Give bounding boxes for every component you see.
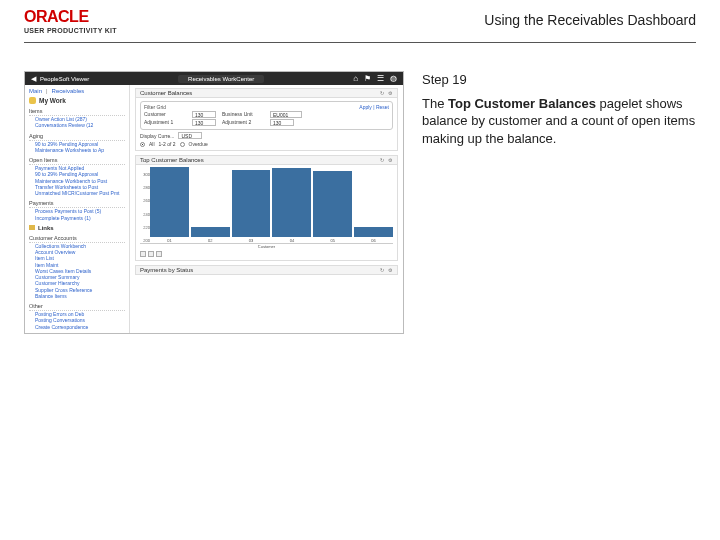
radio-all-label: All — [149, 141, 155, 147]
x-axis-label: Customer — [140, 244, 393, 249]
side-link[interactable]: Balance Items — [35, 293, 125, 299]
chart-bar — [232, 170, 271, 237]
radio-all-legend: 1-2 of 2 — [159, 141, 176, 147]
customer-input[interactable]: 130 — [192, 111, 216, 118]
chart-bar — [313, 171, 352, 237]
filter-label: Adjustment 1 — [144, 119, 186, 126]
home-icon[interactable]: ⌂ — [353, 74, 358, 83]
y-axis-ticks: 300 280 260 240 220 200 — [140, 172, 150, 243]
chart-bar — [150, 167, 189, 237]
chart-bar — [354, 227, 393, 237]
side-link[interactable]: Conversations Review (12 — [35, 122, 125, 128]
filter-actions[interactable]: Apply | Reset — [359, 104, 389, 110]
display-currency-input[interactable]: USD — [178, 132, 202, 139]
doc-title: Using the Receivables Dashboard — [484, 8, 696, 28]
filter-label: Business Unit — [222, 111, 264, 118]
crumb-main[interactable]: Main — [29, 88, 42, 94]
chart-bar — [272, 168, 311, 237]
module-title: Customer Balances — [140, 90, 192, 96]
crumb-sec[interactable]: Receivables — [52, 88, 85, 94]
refresh-icon[interactable]: ↻ — [380, 91, 385, 96]
back-icon[interactable]: ◀ — [31, 75, 36, 83]
payments-by-status-pagelet: Payments by Status ↻ ⚙ — [135, 265, 398, 275]
side-link[interactable]: Unmatched MICR/Customer Post Pmt — [35, 190, 125, 196]
menu-icon[interactable]: ☰ — [377, 74, 384, 83]
wrench-icon[interactable]: ⚙ — [388, 91, 393, 96]
links-header: Links — [29, 225, 125, 231]
side-section-items: Items — [29, 107, 125, 116]
side-link[interactable]: Maintenance Worksheets to Ap — [35, 147, 125, 153]
radio-all[interactable] — [140, 142, 145, 147]
side-section-payments: Payments — [29, 199, 125, 208]
radio-overdue-label: Overdue — [189, 141, 208, 147]
filter-label: Adjustment 2 — [222, 119, 264, 126]
module-title: Top Customer Balances — [140, 157, 204, 163]
chart-tool-icon[interactable] — [156, 251, 162, 257]
adjustment1-input[interactable]: 130 — [192, 119, 216, 126]
sidebar: Main | Receivables My Work Items Owner A… — [25, 85, 130, 333]
side-section-openitems: Open Items — [29, 156, 125, 165]
wrench-icon[interactable]: ⚙ — [388, 158, 393, 163]
chart-tool-icon[interactable] — [140, 251, 146, 257]
brand-logo: ORACLE USER PRODUCTIVITY KIT — [24, 8, 117, 34]
filter-legend: Filter Grid — [144, 104, 166, 110]
main-panel: Customer Balances ↻ ⚙ Filter Grid Apply … — [130, 85, 403, 333]
refresh-icon[interactable]: ↻ — [380, 268, 385, 273]
breadcrumb: Main | Receivables — [29, 88, 125, 94]
radio-overdue[interactable] — [180, 142, 185, 147]
links-group-other: Other — [29, 302, 125, 311]
side-section-aging: Aging — [29, 132, 125, 141]
wrench-icon[interactable]: ⚙ — [388, 268, 393, 273]
side-link[interactable]: Incomplete Payments (1) — [35, 215, 125, 221]
logo-text: ORACLE — [24, 8, 117, 26]
instruction-panel: Step 19 The Top Customer Balances pagele… — [422, 71, 696, 334]
user-icon[interactable]: ◍ — [390, 74, 397, 83]
appbar-back-label: PeopleSoft Viewer — [40, 76, 89, 82]
module-title: Payments by Status — [140, 267, 193, 273]
bar-chart: 300 280 260 240 220 200 01 02 03 04 — [140, 172, 393, 244]
chart-bar — [191, 227, 230, 237]
mywork-header: My Work — [29, 97, 125, 104]
flag-icon[interactable]: ⚑ — [364, 74, 371, 83]
businessunit-input[interactable]: EU001 — [270, 111, 302, 118]
step-number: Step 19 — [422, 71, 696, 89]
customer-balances-pagelet: Customer Balances ↻ ⚙ Filter Grid Apply … — [135, 88, 398, 151]
person-icon — [29, 97, 36, 104]
appbar-title: Receivables WorkCenter — [178, 75, 264, 83]
chart-toolbar — [140, 251, 393, 257]
filter-label: Customer — [144, 111, 186, 118]
adjustment2-input[interactable]: 130 — [270, 119, 294, 126]
filter-grid-fieldset: Filter Grid Apply | Reset Customer 130 B… — [140, 101, 393, 130]
logo-subtext: USER PRODUCTIVITY KIT — [24, 27, 117, 34]
side-link[interactable]: Create Correspondence — [35, 324, 125, 330]
instruction-text: The Top Customer Balances pagelet shows … — [422, 95, 696, 148]
chart-tool-icon[interactable] — [148, 251, 154, 257]
refresh-icon[interactable]: ↻ — [380, 158, 385, 163]
display-currency-label: Display Curre... — [140, 133, 174, 139]
folder-icon — [29, 225, 35, 230]
app-titlebar: ◀ PeopleSoft Viewer Receivables WorkCent… — [25, 72, 403, 85]
top-customer-balances-pagelet: Top Customer Balances ↻ ⚙ 300 280 260 — [135, 155, 398, 261]
app-screenshot: ◀ PeopleSoft Viewer Receivables WorkCent… — [24, 71, 404, 334]
links-group-customer: Customer Accounts — [29, 234, 125, 243]
